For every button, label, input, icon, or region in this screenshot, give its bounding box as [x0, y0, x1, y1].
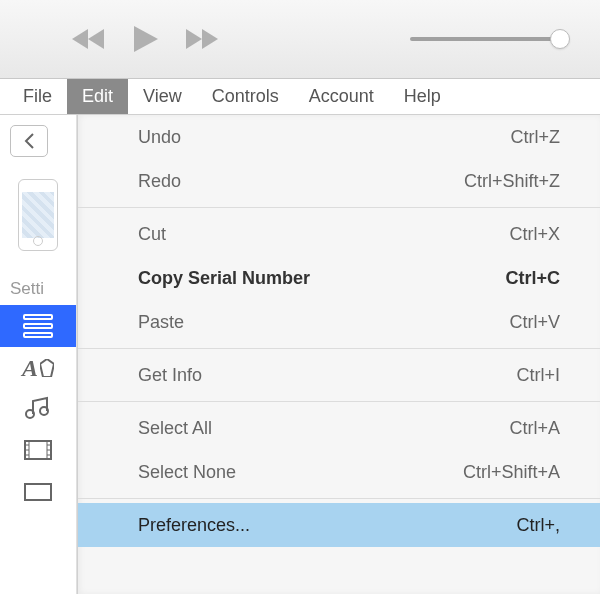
menu-item-shortcut: Ctrl+I	[516, 365, 560, 386]
player-toolbar	[0, 0, 600, 79]
menu-item-label: Redo	[138, 171, 181, 192]
menu-item-select-all[interactable]: Select AllCtrl+A	[78, 406, 600, 450]
device-thumbnail[interactable]	[18, 179, 58, 251]
svg-marker-3	[186, 29, 202, 49]
menu-item-shortcut: Ctrl+C	[505, 268, 560, 289]
content-area: Setti A UndoCtrl+ZRedoCtrl+Shift+ZCutCtr…	[0, 115, 600, 594]
menu-separator	[78, 348, 600, 349]
menu-item-shortcut: Ctrl+A	[509, 418, 560, 439]
sidebar-item-tv[interactable]	[0, 473, 76, 515]
menu-edit[interactable]: Edit	[67, 79, 128, 114]
menu-separator	[78, 498, 600, 499]
svg-marker-0	[88, 29, 104, 49]
tv-icon	[24, 483, 52, 506]
back-button[interactable]	[10, 125, 48, 157]
menu-item-cut[interactable]: CutCtrl+X	[78, 212, 600, 256]
chevron-left-icon	[23, 133, 35, 149]
menu-view[interactable]: View	[128, 79, 197, 114]
menu-separator	[78, 401, 600, 402]
menu-item-shortcut: Ctrl+Z	[511, 127, 561, 148]
menu-account[interactable]: Account	[294, 79, 389, 114]
menu-item-label: Select All	[138, 418, 212, 439]
menu-item-copy-serial-number[interactable]: Copy Serial NumberCtrl+C	[78, 256, 600, 300]
settings-heading: Setti	[10, 279, 44, 299]
menu-item-label: Select None	[138, 462, 236, 483]
sidebar-item-summary[interactable]	[0, 305, 76, 347]
menu-item-preferences[interactable]: Preferences...Ctrl+,	[78, 503, 600, 547]
menu-item-get-info[interactable]: Get InfoCtrl+I	[78, 353, 600, 397]
apps-icon: A	[22, 355, 54, 382]
volume-thumb[interactable]	[550, 29, 570, 49]
menu-item-shortcut: Ctrl+Shift+Z	[464, 171, 560, 192]
menu-item-label: Paste	[138, 312, 184, 333]
movies-icon	[24, 440, 52, 465]
volume-track	[410, 37, 560, 41]
svg-rect-17	[25, 484, 51, 500]
svg-marker-5	[40, 359, 54, 377]
playback-controls	[70, 24, 220, 54]
menubar: File Edit View Controls Account Help	[0, 79, 600, 115]
menu-item-label: Copy Serial Number	[138, 268, 310, 289]
menu-separator	[78, 207, 600, 208]
next-icon[interactable]	[180, 27, 220, 51]
menu-item-shortcut: Ctrl+X	[509, 224, 560, 245]
menu-file[interactable]: File	[8, 79, 67, 114]
menu-item-shortcut: Ctrl+Shift+A	[463, 462, 560, 483]
menu-item-shortcut: Ctrl+,	[516, 515, 560, 536]
sidebar-item-apps[interactable]: A	[0, 347, 76, 389]
menu-item-undo[interactable]: UndoCtrl+Z	[78, 115, 600, 159]
svg-marker-2	[134, 26, 158, 52]
menu-item-select-none[interactable]: Select NoneCtrl+Shift+A	[78, 450, 600, 494]
volume-slider[interactable]	[410, 37, 560, 41]
edit-dropdown-menu: UndoCtrl+ZRedoCtrl+Shift+ZCutCtrl+XCopy …	[77, 115, 600, 594]
summary-icon	[23, 314, 53, 338]
play-icon[interactable]	[130, 24, 160, 54]
left-sidebar: Setti A	[0, 115, 77, 594]
svg-marker-4	[202, 29, 218, 49]
menu-help[interactable]: Help	[389, 79, 456, 114]
sidebar-item-music[interactable]	[0, 389, 76, 431]
svg-marker-1	[72, 29, 88, 49]
menu-item-paste[interactable]: PasteCtrl+V	[78, 300, 600, 344]
menu-item-redo[interactable]: RedoCtrl+Shift+Z	[78, 159, 600, 203]
menu-item-label: Undo	[138, 127, 181, 148]
music-icon	[25, 396, 51, 425]
menu-item-label: Cut	[138, 224, 166, 245]
menu-item-shortcut: Ctrl+V	[509, 312, 560, 333]
menu-item-label: Preferences...	[138, 515, 250, 536]
menu-item-label: Get Info	[138, 365, 202, 386]
menu-controls[interactable]: Controls	[197, 79, 294, 114]
sidebar-item-movies[interactable]	[0, 431, 76, 473]
previous-icon[interactable]	[70, 27, 110, 51]
